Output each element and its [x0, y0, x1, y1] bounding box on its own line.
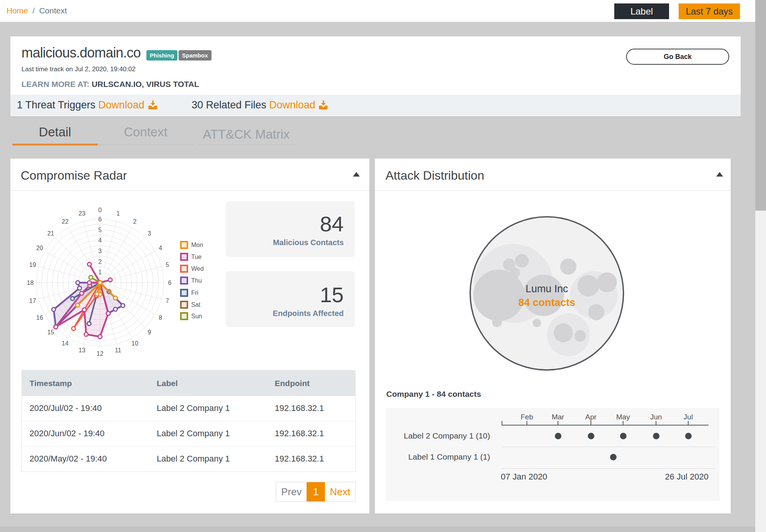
svg-text:22: 22 [62, 218, 69, 225]
svg-text:2: 2 [133, 218, 137, 225]
svg-text:13: 13 [79, 347, 85, 354]
svg-text:6: 6 [168, 280, 172, 286]
svg-text:10: 10 [131, 340, 138, 347]
svg-text:1: 1 [116, 210, 120, 217]
svg-text:17: 17 [29, 298, 36, 304]
svg-text:20: 20 [36, 245, 43, 251]
svg-text:23: 23 [79, 210, 85, 217]
svg-text:7: 7 [166, 298, 169, 304]
svg-text:3: 3 [148, 230, 151, 237]
svg-text:8: 8 [159, 314, 162, 321]
svg-text:14: 14 [62, 340, 69, 347]
svg-text:9: 9 [148, 329, 151, 336]
svg-text:4: 4 [98, 237, 102, 244]
svg-text:19: 19 [29, 262, 36, 268]
svg-text:18: 18 [27, 280, 34, 286]
svg-text:15: 15 [47, 329, 54, 336]
svg-text:11: 11 [115, 347, 121, 354]
svg-text:5: 5 [98, 227, 102, 233]
svg-text:5: 5 [166, 262, 169, 268]
svg-text:4: 4 [159, 245, 162, 251]
svg-text:0: 0 [98, 207, 102, 213]
svg-text:2: 2 [98, 259, 102, 265]
svg-text:21: 21 [47, 230, 54, 237]
svg-text:1: 1 [98, 269, 102, 275]
svg-text:6: 6 [98, 216, 102, 223]
svg-text:16: 16 [36, 314, 43, 321]
svg-text:3: 3 [98, 248, 102, 254]
svg-text:12: 12 [97, 350, 103, 357]
